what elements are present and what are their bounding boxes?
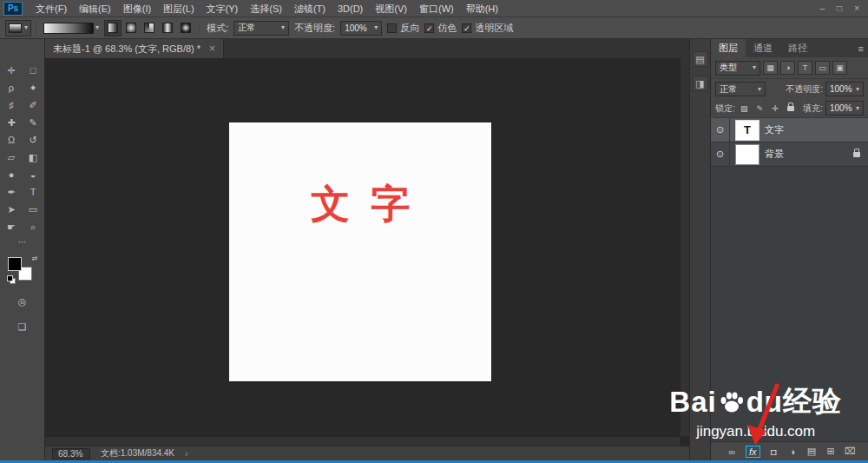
pen-tool[interactable]: ✒ — [1, 183, 23, 201]
collapsed-history-panel-button[interactable]: ▤ — [693, 51, 708, 67]
radial-gradient-button[interactable] — [122, 20, 140, 36]
tab-channels[interactable]: 通道 — [746, 39, 780, 57]
layer-fill-value: 100% — [830, 103, 852, 113]
tool-preset-picker[interactable]: ▾ — [5, 20, 31, 36]
move-tool[interactable]: ✛ — [1, 62, 23, 79]
quick-selection-tool[interactable]: ✦ — [23, 79, 44, 96]
close-tab-icon[interactable]: × — [209, 43, 215, 55]
brush-tool[interactable]: ✎ — [23, 114, 44, 131]
linear-gradient-button[interactable] — [104, 20, 122, 36]
collapsed-properties-panel-button[interactable]: ◨ — [693, 76, 708, 91]
path-selection-tool[interactable]: ➤ — [1, 201, 23, 218]
reverse-checkbox[interactable]: 反向 — [387, 22, 419, 35]
menu-image[interactable]: 图像(I) — [117, 0, 157, 17]
swap-colors-icon[interactable]: ⇄ — [32, 255, 38, 262]
eyedropper-tool[interactable]: ✐ — [23, 96, 44, 114]
layer-opacity-select[interactable]: 100% ▾ — [825, 82, 864, 96]
gradient-tool[interactable]: ◧ — [23, 149, 44, 166]
menu-window[interactable]: 窗口(W) — [413, 0, 460, 17]
rectangle-tool[interactable]: ▭ — [23, 201, 44, 218]
opacity-select[interactable]: 100% ▾ — [340, 21, 382, 36]
layer-row-background[interactable]: ⊙ 背景 — [711, 142, 868, 167]
history-brush-tool[interactable]: ↺ — [23, 131, 44, 149]
vertical-scrollbar[interactable] — [680, 58, 689, 436]
add-layer-mask-button[interactable]: ◘ — [768, 446, 779, 457]
dodge-tool[interactable]: ◒ — [23, 166, 44, 183]
document-tab[interactable]: 未标题-1 @ 68.3% (文字, RGB/8) * × — [45, 39, 224, 58]
menu-filter[interactable]: 滤镜(T) — [288, 0, 332, 17]
adjustment-layer-button[interactable]: ◑ — [787, 446, 799, 457]
smart-object-filter-icon[interactable]: ▣ — [832, 61, 847, 75]
lock-all-icon[interactable] — [785, 103, 798, 115]
dither-checkbox[interactable]: ✓ 仿色 — [424, 22, 457, 35]
hand-tool[interactable]: ☛ — [1, 218, 23, 235]
quick-mask-button[interactable]: ◎ — [18, 293, 27, 310]
zoom-tool[interactable]: ⌕ — [23, 218, 44, 235]
zoom-level-field[interactable]: 68.3% — [52, 448, 90, 460]
blur-tool[interactable]: ● — [1, 166, 23, 183]
close-button[interactable]: × — [854, 3, 859, 13]
link-layers-button[interactable]: ∞ — [727, 446, 738, 457]
menu-layer[interactable]: 图层(L) — [157, 0, 200, 17]
visibility-eye-icon[interactable]: ⊙ — [711, 118, 730, 142]
menu-select[interactable]: 选择(S) — [244, 0, 288, 17]
new-group-button[interactable]: ▤ — [806, 446, 818, 457]
eraser-tool[interactable]: ▱ — [1, 149, 23, 166]
type-layer-filter-icon[interactable]: T — [798, 61, 812, 75]
layer-blend-mode-select[interactable]: 正常 ▾ — [715, 82, 766, 96]
chevron-right-icon[interactable]: › — [185, 449, 187, 459]
marquee-tool-icon: □ — [30, 65, 36, 76]
lasso-tool[interactable]: ρ — [1, 79, 23, 96]
reflected-gradient-button[interactable] — [159, 20, 176, 36]
menu-bar: Ps 文件(F) 编辑(E) 图像(I) 图层(L) 文字(Y) 选择(S) 滤… — [0, 0, 868, 17]
more-tools-button[interactable]: ⋯ — [1, 235, 44, 248]
adjustment-layer-filter-icon[interactable]: ◑ — [780, 61, 795, 75]
checkbox-box: ✓ — [424, 23, 434, 33]
menu-type[interactable]: 文字(Y) — [201, 0, 245, 17]
tab-paths[interactable]: 路径 — [780, 39, 815, 57]
panel-menu-icon[interactable]: ≡ — [854, 39, 868, 57]
properties-panel-icon: ◨ — [695, 78, 704, 89]
lock-image-pixels-icon[interactable]: ✎ — [753, 103, 766, 115]
canvas[interactable]: 文字 — [229, 122, 491, 381]
screen-mode-button[interactable]: ❏ — [18, 318, 27, 335]
layer-style-fx-button[interactable]: fx — [746, 446, 760, 458]
diamond-gradient-button[interactable] — [177, 20, 194, 36]
horizontal-scrollbar[interactable] — [45, 436, 680, 446]
delete-layer-button[interactable]: ⌧ — [845, 446, 856, 457]
menu-view[interactable]: 视图(V) — [369, 0, 413, 17]
canvas-viewport[interactable]: 文字 — [45, 58, 689, 446]
background-layer-thumbnail[interactable] — [736, 145, 759, 164]
menu-file[interactable]: 文件(F) — [30, 0, 73, 17]
clone-stamp-tool[interactable]: Ω — [1, 131, 23, 149]
pixel-layer-filter-icon[interactable]: ▦ — [763, 61, 778, 75]
foreground-color-swatch[interactable] — [8, 257, 22, 271]
gradient-picker[interactable]: ▾ — [43, 23, 99, 34]
default-colors-icon[interactable] — [7, 275, 16, 284]
new-layer-button[interactable]: ⊞ — [825, 446, 837, 457]
layer-name[interactable]: 文字 — [765, 123, 784, 136]
minimize-button[interactable]: – — [820, 3, 825, 13]
menu-edit[interactable]: 编辑(E) — [73, 0, 117, 17]
lock-position-icon[interactable]: ✛ — [769, 103, 782, 115]
menu-3d[interactable]: 3D(D) — [332, 0, 369, 17]
visibility-eye-icon[interactable]: ⊙ — [711, 142, 730, 166]
layer-fill-select[interactable]: 100% ▾ — [825, 101, 864, 116]
crop-tool[interactable]: ♯ — [1, 96, 23, 114]
type-tool[interactable]: T — [23, 183, 44, 201]
rectangular-marquee-tool[interactable]: □ — [23, 62, 44, 79]
layer-row-text[interactable]: ⊙ T 文字 — [711, 118, 868, 142]
layer-name[interactable]: 背景 — [765, 148, 784, 161]
blend-mode-select[interactable]: 正常 ▾ — [233, 21, 289, 36]
lock-transparent-pixels-icon[interactable]: ▨ — [738, 103, 751, 115]
angle-gradient-button[interactable] — [141, 20, 158, 36]
tab-layers[interactable]: 图层 — [711, 39, 746, 57]
menu-help[interactable]: 帮助(H) — [460, 0, 504, 17]
transparency-checkbox[interactable]: ✓ 透明区域 — [462, 22, 513, 35]
text-layer-thumbnail[interactable]: T — [736, 121, 759, 140]
tools-grid: ✛ □ ρ ✦ ♯ ✐ ✚ ✎ Ω ↺ ▱ ◧ ● ◒ ✒ T ➤ ▭ ☛ ⌕ — [1, 62, 44, 235]
healing-brush-tool[interactable]: ✚ — [1, 114, 23, 131]
layer-filter-type-select[interactable]: 类型 ▾ — [715, 61, 760, 76]
maximize-button[interactable]: □ — [837, 3, 842, 13]
shape-layer-filter-icon[interactable]: ▭ — [815, 61, 830, 75]
